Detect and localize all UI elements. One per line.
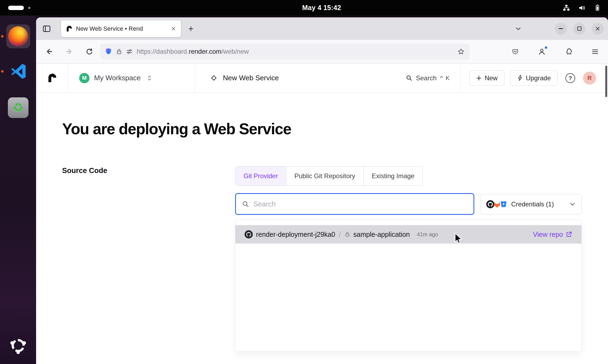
render-logo[interactable] xyxy=(36,63,68,92)
header-actions: New Upgrade ? R xyxy=(461,63,608,92)
url-text[interactable]: https://dashboard.render.com/web/new xyxy=(137,48,453,55)
pocket-icon[interactable] xyxy=(509,45,522,58)
private-lock-icon xyxy=(345,232,350,237)
credential-provider-icons xyxy=(486,200,507,208)
repo-list-panel: render-deployment-j29ka0 / sample-applic… xyxy=(235,219,582,352)
workspace-pill xyxy=(8,6,24,10)
window-controls xyxy=(512,23,608,35)
workspace-switcher[interactable]: M My Workspace xyxy=(68,63,195,92)
system-top-bar: May 4 15:42 xyxy=(0,0,608,15)
ubuntu-logo-icon xyxy=(9,337,27,354)
plus-icon xyxy=(476,75,482,81)
tab-strip: New Web Service • Rend xyxy=(36,17,608,40)
trash-icon: ♻ xyxy=(8,97,28,118)
mouse-cursor xyxy=(452,232,464,245)
lock-icon[interactable] xyxy=(116,48,122,55)
dock: ♻ xyxy=(0,15,36,364)
credentials-label: Credentials (1) xyxy=(511,200,554,208)
upgrade-button[interactable]: Upgrade xyxy=(510,71,558,86)
browser-window: New Web Service • Rend xyxy=(36,17,608,364)
menu-hamburger-icon[interactable] xyxy=(588,45,601,58)
external-link-icon xyxy=(566,231,572,238)
page-title: New Web Service xyxy=(223,74,279,82)
list-all-tabs-icon[interactable] xyxy=(512,23,524,35)
bolt-icon xyxy=(517,75,523,81)
upgrade-button-label: Upgrade xyxy=(526,74,551,82)
tab-close-icon[interactable] xyxy=(169,24,178,33)
source-code-label: Source Code xyxy=(62,167,107,175)
repo-search-box[interactable] xyxy=(235,193,474,215)
repo-name: sample-application xyxy=(353,231,410,238)
render-dashboard: M My Workspace New Web Service Search ^ … xyxy=(36,63,608,364)
service-diamond-icon xyxy=(210,74,217,82)
bitbucket-icon xyxy=(500,200,507,208)
workspace-name: My Workspace xyxy=(94,74,140,82)
bookmark-star-icon[interactable] xyxy=(457,48,465,55)
vscode-icon xyxy=(9,62,27,80)
deploy-heading: You are deploying a Web Service xyxy=(62,119,291,138)
repo-owner: render-deployment-j29ka0 xyxy=(256,231,335,238)
url-protocol: https://dashboard. xyxy=(137,48,189,55)
url-bar[interactable]: https://dashboard.render.com/web/new xyxy=(100,44,469,59)
source-tabs: Git Provider Public Git Repository Exist… xyxy=(235,166,423,186)
recycle-glyph: ♻ xyxy=(12,100,24,115)
chevron-down-icon xyxy=(569,201,575,207)
dock-vscode[interactable] xyxy=(6,59,30,83)
account-notification-dot xyxy=(544,46,548,49)
question-icon: ? xyxy=(565,73,575,83)
extensions-puzzle-icon[interactable] xyxy=(562,45,575,58)
system-clock[interactable]: May 4 15:42 xyxy=(302,0,341,15)
system-tray[interactable] xyxy=(563,0,601,15)
tracking-protection-shield-icon[interactable] xyxy=(105,48,112,55)
repo-row[interactable]: render-deployment-j29ka0 / sample-applic… xyxy=(235,225,581,244)
search-label: Search xyxy=(416,74,437,82)
dock-ubuntu-apps[interactable] xyxy=(6,334,30,357)
running-indicator-dot xyxy=(1,35,4,38)
workspace-avatar: M xyxy=(79,73,89,83)
reload-icon[interactable] xyxy=(83,45,96,58)
tab-favicon-render-logo xyxy=(66,25,72,32)
search-icon xyxy=(406,75,412,81)
account-icon[interactable] xyxy=(535,45,548,58)
new-tab-button[interactable] xyxy=(185,23,197,35)
new-button[interactable]: New xyxy=(469,71,504,86)
page-scrollbar-thumb[interactable] xyxy=(605,66,607,97)
repo-search-input[interactable] xyxy=(253,200,468,208)
view-repo-label: View repo xyxy=(533,231,563,238)
new-button-label: New xyxy=(485,74,498,82)
maximize-button[interactable] xyxy=(573,23,585,35)
workspace-indicator[interactable] xyxy=(8,0,30,15)
url-path: /web/new xyxy=(221,48,249,55)
github-icon xyxy=(245,230,253,238)
credentials-dropdown[interactable]: Credentials (1) xyxy=(480,194,582,214)
tab-existing-image[interactable]: Existing Image xyxy=(363,167,423,186)
app-header: M My Workspace New Web Service Search ^ … xyxy=(36,63,608,93)
global-search[interactable]: Search ^ K xyxy=(406,63,450,92)
toolbar-right-icons xyxy=(509,45,601,58)
back-icon[interactable] xyxy=(43,45,56,58)
permissions-icon[interactable] xyxy=(126,48,133,55)
forward-icon[interactable] xyxy=(63,45,76,58)
browser-toolbar: https://dashboard.render.com/web/new xyxy=(36,40,608,63)
volume-icon xyxy=(578,4,586,11)
search-shortcut: ^ K xyxy=(440,75,450,82)
dock-trash[interactable]: ♻ xyxy=(6,96,30,120)
url-domain: render.com xyxy=(189,48,221,55)
user-avatar[interactable]: R xyxy=(583,72,596,85)
view-repo-link[interactable]: View repo xyxy=(533,231,572,238)
tab-git-provider[interactable]: Git Provider xyxy=(235,167,286,186)
browser-tab[interactable]: New Web Service • Rend xyxy=(61,20,181,37)
breadcrumb: New Web Service xyxy=(195,63,406,92)
minimize-button[interactable] xyxy=(555,23,567,35)
tab-title: New Web Service • Rend xyxy=(76,25,165,32)
tab-public-git-repository[interactable]: Public Git Repository xyxy=(286,167,363,186)
search-icon xyxy=(242,200,249,208)
dock-firefox[interactable] xyxy=(6,24,30,48)
workspace-caret-icon xyxy=(147,75,152,81)
repo-separator: / xyxy=(338,231,341,238)
firefox-icon xyxy=(8,26,28,46)
network-icon xyxy=(563,4,570,11)
firefox-view-icon[interactable] xyxy=(40,23,53,35)
help-button[interactable]: ? xyxy=(564,71,577,85)
close-window-button[interactable] xyxy=(592,23,604,35)
